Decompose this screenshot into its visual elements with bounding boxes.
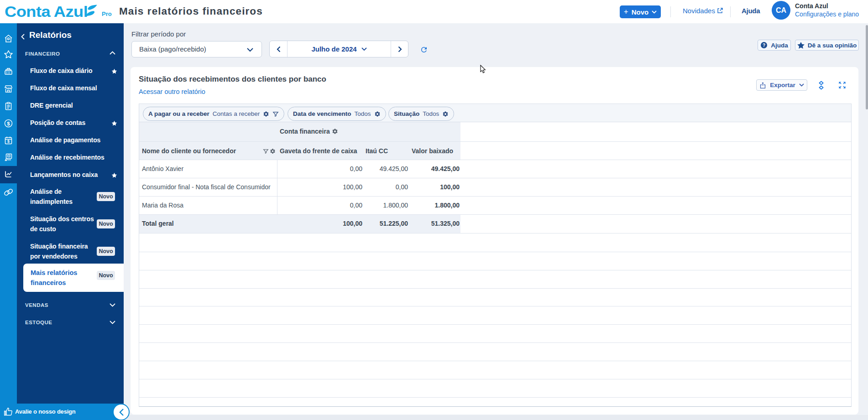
svg-text:$: $ — [7, 139, 10, 144]
svg-text:?: ? — [763, 43, 765, 48]
svg-text:$: $ — [7, 121, 10, 126]
